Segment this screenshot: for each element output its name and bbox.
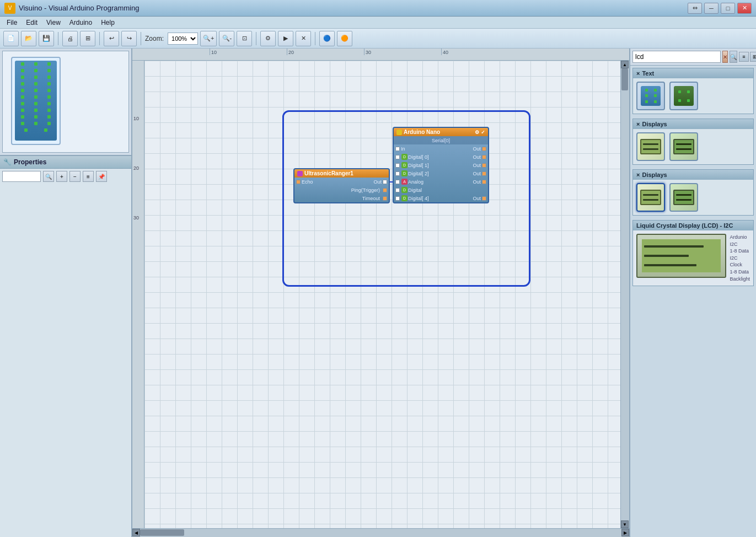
- arduino-a-icon: A: [401, 179, 408, 185]
- lib-item-lcd2[interactable]: [669, 82, 698, 110]
- vscroll-up[interactable]: ▲: [621, 61, 629, 68]
- lib-item-display-2[interactable]: [669, 132, 698, 161]
- grid-button[interactable]: ⊞: [80, 31, 95, 46]
- arduino-btn[interactable]: 🔵: [319, 31, 335, 46]
- arduino-d2-label: Digital[ 2]: [408, 171, 473, 176]
- ultrasonic-timeout-row: Timeout: [294, 194, 389, 202]
- canvas-area: 10 20 30 40 10 20 30: [132, 49, 629, 537]
- zoom-select[interactable]: 100% 75% 150%: [168, 33, 198, 45]
- toolbar: 📄 📂 💾 🖨 ⊞ ↩ ↪ Zoom: 100% 75% 150% 🔍+ 🔍- …: [0, 29, 756, 49]
- maximize-button[interactable]: □: [721, 3, 735, 14]
- zoom-fit-button[interactable]: ⊡: [237, 31, 252, 46]
- menu-arduino[interactable]: Arduino: [65, 18, 96, 28]
- new-button[interactable]: 📄: [3, 31, 19, 46]
- undo-button[interactable]: ↩: [104, 31, 119, 46]
- ruler-mark-30: 30: [364, 49, 371, 55]
- arduino-d4-in-pin[interactable]: [395, 196, 400, 201]
- menu-view[interactable]: View: [42, 18, 65, 28]
- arduino-d1-in-pin[interactable]: [395, 163, 400, 168]
- vscroll-down[interactable]: ▼: [621, 520, 629, 528]
- ultrasonic-node[interactable]: UltrasonicRanger1 Echo Out P: [293, 168, 390, 203]
- component-search-input[interactable]: [632, 51, 721, 63]
- resize-button[interactable]: ⇔: [688, 3, 702, 14]
- ultrasonic-node-icon: [297, 171, 303, 176]
- vscroll[interactable]: ▲ ▼: [620, 61, 629, 528]
- lib-section-displays-1-header[interactable]: × Displays: [633, 119, 753, 129]
- arduino-d0-icon: D: [401, 154, 408, 160]
- hscroll-thumb[interactable]: [140, 529, 184, 536]
- vscroll-thumb[interactable]: [621, 68, 628, 90]
- zoom-out-button[interactable]: 🔍-: [219, 31, 234, 46]
- toolbar-separator-4: [256, 32, 256, 45]
- open-button[interactable]: 📂: [21, 31, 36, 46]
- arduino-node-tools[interactable]: ⚙ ✓: [475, 130, 485, 135]
- ultrasonic-timeout-pin[interactable]: [383, 196, 387, 201]
- arduino-d3b-in-pin[interactable]: [395, 188, 400, 192]
- lib-section-displays-2-content: [633, 180, 753, 215]
- visuino-btn[interactable]: 🟠: [337, 31, 352, 46]
- ultrasonic-ping-label: Ping(Trigger): [296, 187, 382, 193]
- hscroll-right[interactable]: ▶: [621, 529, 629, 536]
- prop-expand-button[interactable]: +: [56, 171, 67, 182]
- lib-item-display-3[interactable]: [669, 183, 698, 212]
- left-panel: 🔧 Properties 🔍 + − ≡ 📌: [0, 49, 132, 537]
- window-controls: ⇔ ─ □ ✕: [688, 3, 752, 14]
- search-clear-icon[interactable]: ✕: [722, 51, 728, 63]
- lib-item-display-selected[interactable]: [636, 183, 665, 212]
- close-button[interactable]: ✕: [737, 3, 752, 14]
- arduino-d3-in-pin[interactable]: [395, 180, 400, 184]
- arduino-d0-label: Digital[ 0]: [408, 154, 473, 160]
- ultrasonic-echo-out-pin[interactable]: [383, 180, 387, 184]
- properties-search-input[interactable]: [2, 171, 41, 182]
- arduino-d0-out-pin[interactable]: [482, 155, 486, 159]
- save-button[interactable]: 💾: [39, 31, 54, 46]
- view-list-icon[interactable]: ≡: [739, 52, 749, 62]
- prop-sort-button[interactable]: ≡: [83, 171, 94, 182]
- properties-header: 🔧 Properties: [0, 156, 131, 169]
- arduino-d2-out-pin[interactable]: [482, 171, 486, 176]
- minimize-button[interactable]: ─: [704, 3, 719, 14]
- lib-section-displays-1-content: [633, 129, 753, 164]
- upload-button[interactable]: ▶: [278, 31, 293, 46]
- ruler-mark-20: 20: [287, 49, 294, 55]
- lib-item-lcd1[interactable]: [636, 82, 665, 110]
- main-canvas[interactable]: Arduino Nano ⚙ ✓ Serial[0] In: [144, 61, 620, 528]
- arduino-nano-node[interactable]: Arduino Nano ⚙ ✓ Serial[0] In: [393, 127, 489, 203]
- menu-file[interactable]: File: [2, 18, 22, 28]
- arduino-d3-out-pin[interactable]: [482, 180, 486, 184]
- arduino-d0-in-pin[interactable]: [395, 155, 400, 159]
- menu-help[interactable]: Help: [96, 18, 119, 28]
- hscroll-left[interactable]: ◀: [132, 529, 140, 536]
- arduino-in-pin[interactable]: [395, 147, 400, 151]
- lib-section-displays-1-label: Displays: [642, 121, 667, 127]
- menu-edit[interactable]: Edit: [22, 18, 42, 28]
- arduino-d2-in-pin[interactable]: [395, 171, 400, 176]
- prop-pin-button[interactable]: 📌: [96, 171, 107, 182]
- toolbar-separator-2: [99, 32, 100, 45]
- view-grid-icon[interactable]: ⊞: [750, 52, 756, 62]
- arduino-out-pin[interactable]: [482, 147, 486, 151]
- search-filter-icon[interactable]: 🔍: [730, 51, 737, 63]
- arduino-d1-out-pin[interactable]: [482, 163, 486, 168]
- ultrasonic-ping-pin[interactable]: [383, 188, 387, 192]
- lib-section-text-header[interactable]: × Text: [633, 68, 753, 78]
- prop-search-button[interactable]: 🔍: [43, 171, 54, 182]
- lib-item-display-1[interactable]: [636, 132, 665, 161]
- print-button[interactable]: 🖨: [62, 31, 78, 46]
- ultrasonic-echo-in-pin[interactable]: [296, 180, 301, 184]
- prop-collapse-button[interactable]: −: [69, 171, 81, 182]
- compile-button[interactable]: ⚙: [260, 31, 276, 46]
- zoom-in-button[interactable]: 🔍+: [200, 31, 217, 46]
- redo-button[interactable]: ↪: [121, 31, 137, 46]
- connection-wires: [144, 61, 620, 528]
- lib-section-displays-1: × Displays: [632, 119, 754, 165]
- vscroll-track: [621, 68, 629, 520]
- delete-button[interactable]: ✕: [296, 31, 311, 46]
- arduino-d4-out-pin[interactable]: [482, 196, 486, 201]
- lib-section-displays-2-header[interactable]: × Displays: [633, 170, 753, 180]
- window-title: Visuino - Visual Arduino Programming: [19, 4, 139, 12]
- ultrasonic-node-body: UltrasonicRanger1 Echo Out P: [293, 168, 390, 203]
- arduino-d3b-icon: D: [401, 187, 408, 193]
- arduino-in-label: In: [401, 146, 405, 152]
- canvas-and-right: 10 20 30 40 10 20 30: [132, 49, 756, 537]
